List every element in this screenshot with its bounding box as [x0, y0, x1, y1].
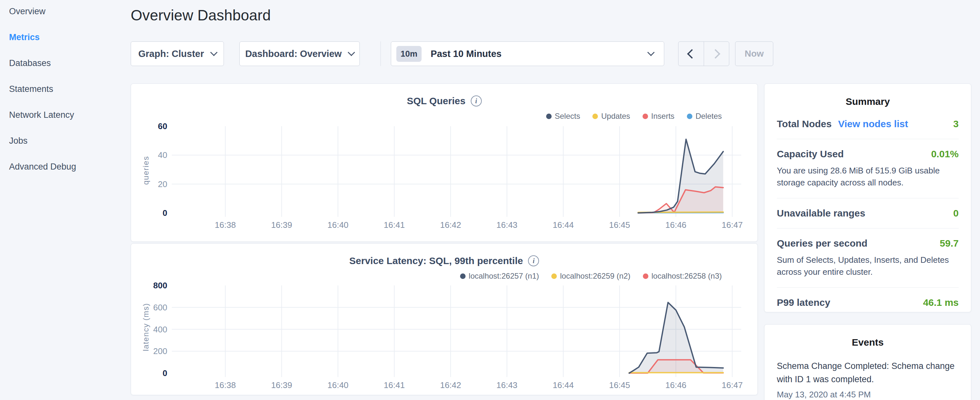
summary-row-value: 46.1 ms [923, 297, 959, 308]
summary-row-header: Unavailable ranges0 [777, 208, 959, 219]
legend-item[interactable]: Selects [546, 112, 581, 121]
legend-label: Deletes [695, 112, 722, 121]
graph-scope-dropdown[interactable]: Graph: Cluster [131, 41, 224, 66]
summary-row: Total NodesView nodes list3 [777, 109, 959, 139]
sidebar-item-advanced-debug[interactable]: Advanced Debug [9, 154, 119, 180]
legend-swatch-icon [643, 113, 648, 119]
event-timestamp: May 13, 2020 at 4:45 PM [777, 390, 959, 400]
x-tick-label: 16:39 [259, 220, 304, 230]
x-tick-label: 16:43 [484, 220, 530, 230]
event-item: Schema Change Completed: Schema change w… [777, 360, 959, 400]
x-tick-label: 16:41 [372, 220, 417, 230]
chart-title: Service Latency: SQL, 99th percentile [349, 255, 523, 266]
summary-row-value: 3 [953, 118, 959, 129]
summary-row-value: 0 [953, 208, 959, 219]
summary-row: Capacity Used0.01%You are using 28.6 MiB… [777, 139, 959, 198]
sql-queries-plot[interactable] [172, 126, 741, 217]
summary-row: Queries per second59.7Sum of Selects, Up… [777, 228, 959, 288]
x-tick-label: 16:38 [202, 220, 248, 230]
summary-row-description: Sum of Selects, Updates, Inserts, and De… [777, 254, 959, 278]
legend-item[interactable]: localhost:26257 (n1) [460, 271, 539, 280]
time-range-label: Past 10 Minutes [431, 49, 648, 59]
chart-title: SQL Queries [407, 96, 465, 107]
time-step-buttons [678, 41, 729, 66]
time-range-selector[interactable]: 10m Past 10 Minutes [391, 41, 664, 66]
toolbar-divider [380, 41, 381, 66]
legend-label: Updates [601, 112, 630, 121]
summary-panel: Summary Total NodesView nodes list3Capac… [764, 83, 971, 312]
legend-swatch-icon [643, 274, 648, 279]
chart-title-row: SQL Queries i [131, 96, 757, 107]
time-step-back-button[interactable] [678, 42, 704, 66]
x-tick-label: 16:46 [653, 380, 698, 390]
summary-row: Unavailable ranges0 [777, 198, 959, 228]
dashboard-dropdown[interactable]: Dashboard: Overview [239, 41, 360, 66]
summary-row-label: P99 latency [777, 297, 830, 308]
service-latency-chart-card: Service Latency: SQL, 99th percentile i … [131, 243, 758, 395]
events-title: Events [777, 337, 959, 348]
sidebar-item-overview[interactable]: Overview [9, 0, 119, 24]
y-tick-label: 0 [131, 207, 167, 218]
x-tick-label: 16:41 [372, 380, 417, 390]
info-icon[interactable]: i [528, 255, 539, 266]
events-list: Schema Change Completed: Schema change w… [777, 360, 959, 400]
sidebar-item-jobs[interactable]: Jobs [9, 128, 119, 154]
x-tick-label: 16:43 [484, 380, 530, 390]
chevron-left-icon [687, 49, 697, 59]
x-tick-label: 16:38 [202, 380, 248, 390]
legend-item[interactable]: localhost:26259 (n2) [551, 271, 630, 280]
page-title: Overview Dashboard [131, 6, 271, 24]
x-tick-label: 16:40 [315, 220, 361, 230]
x-tick-label: 16:40 [315, 380, 361, 390]
legend-item[interactable]: localhost:26258 (n3) [643, 271, 722, 280]
x-tick-label: 16:47 [710, 220, 755, 230]
chevron-down-icon [348, 49, 355, 56]
summary-rows: Total NodesView nodes list3Capacity Used… [777, 109, 959, 308]
dashboard-label: Dashboard: Overview [245, 49, 342, 59]
summary-row-label: Total Nodes [777, 118, 832, 129]
legend-swatch-icon [546, 113, 552, 119]
summary-row-value: 0.01% [931, 148, 959, 159]
x-tick-label: 16:46 [653, 220, 698, 230]
sidebar-item-statements[interactable]: Statements [9, 76, 119, 102]
x-tick-label: 16:42 [428, 220, 473, 230]
x-tick-label: 16:39 [259, 380, 304, 390]
events-panel: Events Schema Change Completed: Schema c… [764, 324, 971, 400]
legend-item[interactable]: Updates [592, 112, 630, 121]
summary-row-label: Queries per second [777, 238, 867, 249]
y-tick-label: 40 [131, 150, 167, 161]
summary-row-header: Total NodesView nodes list3 [777, 118, 959, 129]
x-tick-label: 16:44 [541, 220, 586, 230]
graph-scope-label: Graph: Cluster [138, 49, 204, 59]
sql-queries-chart-card: SQL Queries i SelectsUpdatesInsertsDelet… [131, 83, 758, 242]
y-tick-label: 0 [131, 368, 167, 379]
legend-label: localhost:26257 (n1) [469, 271, 539, 280]
summary-row-header: P99 latency46.1 ms [777, 297, 959, 308]
y-tick-label: 60 [131, 121, 167, 132]
x-tick-label: 16:44 [541, 380, 586, 390]
legend-item[interactable]: Deletes [687, 112, 722, 121]
time-step-forward-button[interactable] [704, 42, 729, 66]
x-tick-label: 16:47 [710, 380, 755, 390]
summary-row-header: Queries per second59.7 [777, 238, 959, 249]
summary-row-label: Unavailable ranges [777, 208, 865, 219]
now-button[interactable]: Now [735, 41, 773, 66]
summary-title: Summary [777, 96, 959, 107]
sidebar-nav: OverviewMetricsDatabasesStatementsNetwor… [9, 0, 119, 180]
y-tick-label: 600 [131, 302, 167, 313]
sidebar-item-network-latency[interactable]: Network Latency [9, 102, 119, 128]
legend-item[interactable]: Inserts [643, 112, 675, 121]
legend-swatch-icon [460, 274, 466, 279]
view-nodes-list-link[interactable]: View nodes list [838, 118, 908, 129]
service-latency-plot[interactable] [172, 285, 741, 378]
x-tick-label: 16:45 [597, 380, 642, 390]
time-range-badge: 10m [396, 46, 422, 62]
event-message: Schema Change Completed: Schema change w… [777, 360, 959, 386]
sidebar-item-databases[interactable]: Databases [9, 50, 119, 76]
y-tick-label: 800 [131, 280, 167, 291]
info-icon[interactable]: i [471, 96, 482, 107]
y-tick-label: 400 [131, 324, 167, 335]
sidebar-item-metrics[interactable]: Metrics [9, 24, 119, 50]
chevron-right-icon [711, 49, 720, 59]
summary-row-description: You are using 28.6 MiB of 515.9 GiB usab… [777, 165, 959, 189]
